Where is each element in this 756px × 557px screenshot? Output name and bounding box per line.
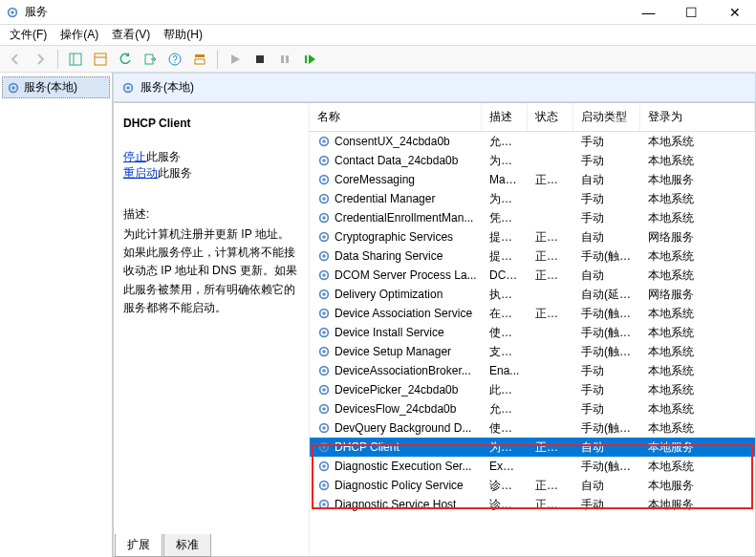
menu-bar: 文件(F) 操作(A) 查看(V) 帮助(H)	[0, 25, 756, 46]
svg-point-1	[11, 11, 14, 14]
table-row[interactable]: Device Setup Manager支持...手动(触发...本地系统	[310, 342, 755, 361]
menu-action[interactable]: 操作(A)	[54, 25, 104, 45]
cell-name: DevicePicker_24cbda0b	[335, 383, 458, 396]
gear-icon	[7, 81, 20, 95]
back-button[interactable]	[4, 48, 27, 71]
cell-status: 正在...	[528, 248, 573, 265]
export-button[interactable]	[139, 48, 162, 71]
cell-logon: 网络服务	[640, 287, 755, 303]
cell-desc: 为用...	[482, 191, 528, 207]
svg-point-56	[322, 483, 326, 487]
gear-icon	[121, 81, 135, 95]
svg-point-50	[322, 426, 326, 430]
stop-service-button[interactable]	[248, 48, 271, 71]
table-row[interactable]: Device Association Service在系...正在...手动(触…	[310, 304, 755, 323]
restart-link[interactable]: 重启动	[123, 166, 158, 180]
cell-desc: 允许...	[482, 134, 528, 150]
cell-name: Data Sharing Service	[335, 249, 443, 263]
menu-view[interactable]: 查看(V)	[106, 25, 156, 45]
cell-desc: Exec...	[482, 460, 528, 473]
forward-button[interactable]	[29, 48, 52, 71]
gear-icon	[317, 211, 331, 225]
cell-name: Diagnostic Service Host	[335, 498, 456, 511]
svg-point-58	[322, 503, 326, 506]
col-name[interactable]: 名称	[310, 103, 482, 131]
svg-rect-13	[286, 55, 289, 63]
table-row[interactable]: Credential Manager为用...手动本地系统	[310, 189, 755, 208]
table-row[interactable]: DCOM Server Process La...DCO...正在...自动本地…	[310, 266, 755, 285]
cell-name: CredentialEnrollmentMan...	[335, 211, 473, 225]
col-start[interactable]: 启动类型	[573, 103, 640, 131]
content-pane: 服务(本地) DHCP Client 停止此服务 重启动此服务 描述: 为此计算…	[113, 73, 756, 557]
svg-point-42	[322, 350, 326, 353]
toolbar-view2-button[interactable]	[89, 48, 112, 71]
menu-file[interactable]: 文件(F)	[4, 25, 53, 45]
gear-icon	[317, 440, 331, 454]
maximize-button[interactable]: ☐	[670, 0, 713, 25]
table-row[interactable]: ConsentUX_24cbda0b允许...手动本地系统	[310, 132, 755, 151]
col-logon[interactable]: 登录为	[640, 103, 755, 131]
svg-point-54	[322, 464, 326, 468]
cell-desc: 提供...	[482, 229, 528, 246]
table-row[interactable]: DevQuery Background D...使应...手动(触发...本地系…	[310, 418, 755, 438]
cell-start: 手动	[573, 497, 640, 513]
col-status[interactable]: 状态	[528, 103, 573, 131]
table-row[interactable]: DevicesFlow_24cbda0b允许...手动本地系统	[310, 399, 755, 418]
table-row[interactable]: DHCP Client为此...正在...自动本地服务	[310, 438, 755, 457]
cell-name: Delivery Optimization	[335, 288, 443, 301]
list-header: 名称 描述 状态 启动类型 登录为	[310, 103, 755, 132]
col-desc[interactable]: 描述	[482, 103, 528, 131]
table-row[interactable]: Delivery Optimization执行...自动(延迟...网络服务	[310, 285, 755, 304]
start-service-button[interactable]	[224, 48, 247, 71]
gear-icon	[317, 326, 331, 339]
cell-desc: 使计...	[482, 325, 528, 341]
gear-icon	[317, 288, 331, 301]
toolbar-view1-button[interactable]	[64, 48, 87, 71]
refresh-button[interactable]	[114, 48, 137, 71]
table-row[interactable]: Diagnostic Execution Ser...Exec...手动(触发.…	[310, 457, 755, 476]
cell-desc: 为联...	[482, 153, 528, 169]
table-row[interactable]: Cryptographic Services提供...正在...自动网络服务	[310, 227, 755, 246]
gear-icon	[317, 364, 331, 377]
help-button[interactable]: ?	[163, 48, 186, 71]
gear-icon	[317, 268, 331, 282]
svg-point-48	[322, 407, 326, 411]
gear-icon	[317, 498, 331, 511]
table-row[interactable]: CredentialEnrollmentMan...凭据...手动本地系统	[310, 208, 755, 227]
menu-help[interactable]: 帮助(H)	[158, 25, 208, 45]
svg-point-38	[322, 311, 326, 315]
table-row[interactable]: Diagnostic Policy Service诊断...正在...自动本地服…	[310, 476, 755, 495]
properties-button[interactable]	[188, 48, 211, 71]
tab-extended[interactable]: 扩展	[115, 534, 162, 557]
cell-start: 手动	[573, 191, 640, 207]
gear-icon	[317, 249, 331, 263]
cell-name: Device Install Service	[335, 326, 444, 339]
restart-service-button[interactable]	[298, 48, 321, 71]
cell-start: 手动	[573, 134, 640, 150]
table-row[interactable]: Contact Data_24cbda0b为联...手动本地系统	[310, 151, 755, 170]
cell-desc: 允许...	[482, 401, 528, 418]
tab-standard[interactable]: 标准	[163, 534, 211, 557]
cell-desc: 此用...	[482, 382, 528, 398]
pause-service-button[interactable]	[273, 48, 296, 71]
gear-icon	[317, 383, 331, 396]
table-row[interactable]: CoreMessagingMan...正在...自动本地服务	[310, 170, 755, 189]
table-row[interactable]: Diagnostic Service Host诊断...正在...手动本地服务	[310, 495, 755, 514]
cell-logon: 本地服务	[640, 172, 755, 188]
stop-link[interactable]: 停止	[123, 150, 146, 163]
cell-logon: 本地系统	[640, 401, 755, 418]
cell-name: Diagnostic Policy Service	[335, 479, 464, 492]
table-row[interactable]: Device Install Service使计...手动(触发...本地系统	[310, 323, 755, 342]
cell-status: 正在...	[528, 306, 573, 322]
table-row[interactable]: DevicePicker_24cbda0b此用...手动本地系统	[310, 380, 755, 399]
minimize-button[interactable]: —	[627, 0, 670, 25]
tree-node-services[interactable]: 服务(本地)	[2, 76, 110, 98]
svg-rect-14	[305, 55, 307, 63]
close-button[interactable]: ✕	[713, 0, 756, 25]
cell-start: 手动(触发...	[573, 459, 640, 475]
table-row[interactable]: Data Sharing Service提供...正在...手动(触发...本地…	[310, 246, 755, 266]
table-row[interactable]: DeviceAssociationBroker...Ena...手动本地系统	[310, 361, 755, 380]
toolbar: ?	[0, 46, 756, 73]
app-icon	[6, 6, 19, 19]
svg-rect-12	[281, 55, 284, 63]
